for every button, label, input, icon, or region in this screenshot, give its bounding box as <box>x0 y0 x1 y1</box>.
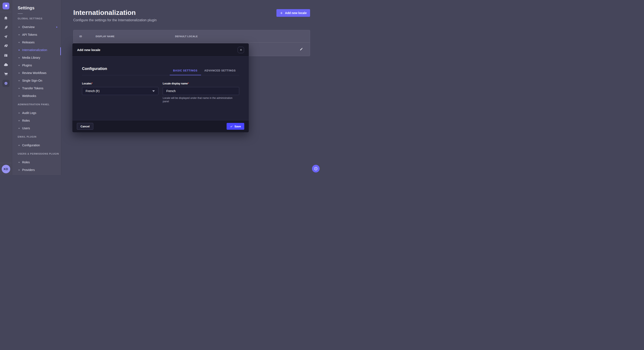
nav-item-home[interactable] <box>0 13 12 22</box>
cloud-icon <box>4 62 8 67</box>
modal-fields: Locales* French (fr) Locale display name… <box>82 82 239 103</box>
tab-basic-settings[interactable]: BASIC SETTINGS <box>170 69 201 75</box>
sidebar-item-webhooks[interactable]: Webhooks <box>12 92 61 100</box>
page-title: Internationalization <box>73 8 156 16</box>
section-global-settings: GLOBAL SETTINGS Overview API Tokens Rele… <box>12 17 61 100</box>
column-header-display-name: DISPLAY NAME <box>96 35 175 38</box>
modal-header: Add new locale <box>72 43 249 57</box>
save-button[interactable]: Save <box>226 123 244 130</box>
nav-item-content-type-builder[interactable] <box>0 22 12 32</box>
sidebar-item-up-roles[interactable]: Roles <box>12 159 61 166</box>
bullet-icon <box>18 170 20 171</box>
bullet-icon <box>18 34 20 35</box>
locales-select-value: French (fr) <box>86 89 100 93</box>
display-name-helper-text: Locale will be displayed under that name… <box>163 96 239 103</box>
section-label: ADMINISTRATION PANEL <box>18 103 61 107</box>
modal-footer: Cancel Save <box>72 120 249 132</box>
section-email-plugin: EMAIL PLUGIN Configuration <box>12 136 61 149</box>
bullet-icon <box>18 162 20 163</box>
sidebar-item-media-library[interactable]: Media Library <box>12 54 61 61</box>
nav-item-marketplace[interactable] <box>0 69 12 79</box>
bullet-icon <box>18 57 20 58</box>
bullet-icon <box>18 120 20 121</box>
user-avatar[interactable]: KD <box>2 165 10 173</box>
settings-active-pill <box>2 80 10 87</box>
tab-advanced-settings[interactable]: ADVANCED SETTINGS <box>201 69 239 75</box>
nav-item-deploy[interactable] <box>0 32 12 41</box>
bullet-icon <box>18 95 20 97</box>
page-subtitle: Configure the settings for the Internati… <box>73 18 156 22</box>
chevron-down-icon <box>152 90 155 92</box>
add-new-locale-button[interactable]: Add new locale <box>276 9 310 17</box>
sidebar-item-overview[interactable]: Overview <box>12 23 61 31</box>
sidebar-scrollbar-thumb[interactable] <box>60 47 61 55</box>
bullet-icon <box>18 65 20 66</box>
edit-locale-button[interactable] <box>298 47 304 52</box>
locales-field: Locales* French (fr) <box>82 82 158 103</box>
add-new-locale-modal: Add new locale Configuration BASIC SETTI… <box>72 43 249 132</box>
nav-item-cloud[interactable] <box>0 60 12 69</box>
sidebar-item-admin-roles[interactable]: Roles <box>12 117 61 124</box>
section-users-permissions-plugin: USERS & PERMISSIONS PLUGIN Roles Provide… <box>12 153 61 174</box>
page-header-text: Internationalization Configure the setti… <box>73 8 156 22</box>
close-icon <box>240 49 242 51</box>
paper-plane-icon <box>4 34 8 39</box>
section-label: GLOBAL SETTINGS <box>18 17 61 21</box>
table-header-row: ID DISPLAY NAME DEFAULT LOCALE <box>74 30 310 42</box>
sidebar-item-plugins[interactable]: Plugins <box>12 61 61 69</box>
bullet-icon <box>18 49 20 51</box>
display-name-input[interactable] <box>163 87 239 95</box>
bullet-icon <box>18 26 20 28</box>
question-icon: ? <box>314 167 318 171</box>
sidebar-item-review-workflows[interactable]: Review Workflows <box>12 69 61 77</box>
section-label: USERS & PERMISSIONS PLUGIN <box>18 153 61 156</box>
pictures-icon <box>4 44 8 48</box>
sidebar-item-internationalization[interactable]: Internationalization <box>12 46 61 54</box>
bullet-icon <box>18 42 20 43</box>
sidebar-item-admin-users[interactable]: Users <box>12 124 61 132</box>
check-icon <box>230 125 233 128</box>
bullet-icon <box>18 128 20 129</box>
strapi-logo-icon <box>4 4 8 8</box>
nav-item-media-library[interactable] <box>0 41 12 51</box>
nav-item-settings[interactable] <box>0 79 12 88</box>
configuration-title: Configuration <box>82 67 107 71</box>
required-asterisk: * <box>92 82 93 85</box>
sidebar-item-single-sign-on[interactable]: Single Sign-On <box>12 77 61 84</box>
svg-text:?: ? <box>315 168 316 170</box>
gear-icon <box>4 81 8 86</box>
plus-icon <box>280 11 283 15</box>
sidebar-title: Settings <box>18 5 61 10</box>
sidebar-item-up-providers[interactable]: Providers <box>12 166 61 174</box>
settings-tabs: BASIC SETTINGS ADVANCED SETTINGS <box>170 69 239 75</box>
icon-rail: KD <box>0 0 12 175</box>
required-asterisk: * <box>188 82 189 85</box>
bullet-icon <box>18 88 20 89</box>
locales-select[interactable]: French (fr) <box>82 87 158 95</box>
help-button[interactable]: ? <box>312 165 320 173</box>
sidebar-item-email-configuration[interactable]: Configuration <box>12 141 61 149</box>
home-icon <box>4 16 8 20</box>
cart-icon <box>4 72 8 76</box>
sidebar-item-releases[interactable]: Releases <box>12 38 61 46</box>
rail-nav <box>0 13 12 88</box>
page-header: Internationalization Configure the setti… <box>73 0 310 22</box>
sidebar-item-audit-logs[interactable]: Audit Logs <box>12 109 61 117</box>
modal-title: Add new locale <box>77 48 100 52</box>
cancel-button[interactable]: Cancel <box>77 123 93 130</box>
nav-item-content-manager[interactable] <box>0 51 12 60</box>
display-name-label: Locale display name* <box>163 82 239 85</box>
rail-divider <box>0 12 12 12</box>
configuration-section-header: Configuration BASIC SETTINGS ADVANCED SE… <box>82 62 239 75</box>
sidebar-item-transfer-tokens[interactable]: Transfer Tokens <box>12 84 61 92</box>
notification-dot <box>56 26 57 28</box>
bullet-icon <box>18 80 20 81</box>
sidebar-item-api-tokens[interactable]: API Tokens <box>12 31 61 38</box>
rail-footer: KD <box>0 163 12 175</box>
strapi-logo[interactable] <box>2 2 9 9</box>
bullet-icon <box>18 113 20 114</box>
layout-panel-icon <box>4 53 8 58</box>
modal-close-button[interactable] <box>238 47 244 53</box>
bullet-icon <box>18 145 20 146</box>
avatar-initials: KD <box>4 167 8 171</box>
